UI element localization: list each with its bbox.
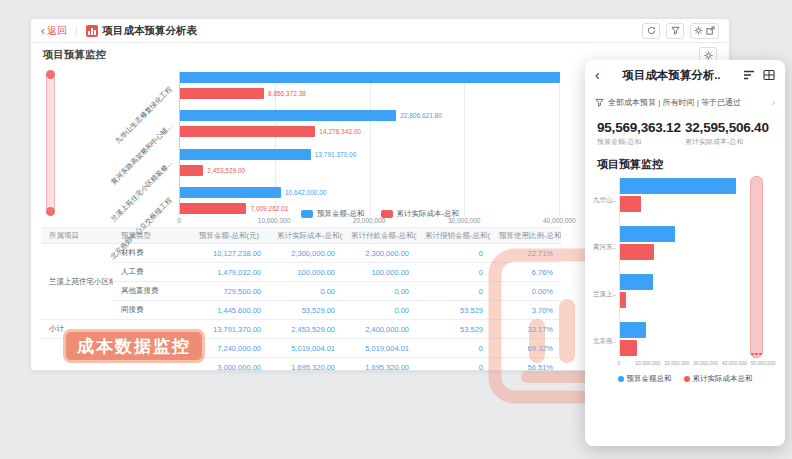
x-axis: 0 10,000,000 20,000,000 30,000,000 40,00…: [619, 360, 769, 368]
table-header-row: 所属项目 预算类型 预算金额-总和(元) 累计实际成本-总和(元) 累计付款金额…: [41, 228, 561, 244]
cell: 1,695,320.00: [343, 358, 417, 372]
x-tick: 10,000,000: [635, 360, 660, 366]
bar-group: 22,806,621.80 14,276,343.00: [180, 110, 564, 137]
actual-cost-bar[interactable]: [620, 196, 641, 212]
col-header: 累计付款金额-总和(元): [343, 228, 417, 244]
mobile-section-title: 项目预算监控: [585, 149, 785, 174]
bar-group: 8,856,372.38: [180, 72, 564, 99]
actual-cost-bar[interactable]: [180, 165, 203, 176]
stat-value: 95,569,363.12: [597, 120, 685, 135]
cell: 0.00: [343, 301, 417, 320]
budget-bar[interactable]: [180, 72, 560, 83]
badge-label: 成本数据监控: [77, 335, 191, 358]
cell: 0.00: [269, 282, 343, 301]
page-title: 项目成本预算分析表: [103, 24, 198, 38]
cell: 0: [417, 263, 491, 282]
mobile-bar-chart: 九华山.. 黄河东.. 兰溪上.. 北京燕..: [593, 174, 777, 392]
plot-area: [619, 178, 745, 356]
col-header: 预算使用比例-总和(%): [491, 228, 561, 244]
bar-group: 13,791,370.00 2,453,529.00: [180, 149, 564, 176]
cell: 人工费: [113, 263, 191, 282]
col-header: 累计实际成本-总和(元): [269, 228, 343, 244]
cell: 0.00%: [491, 282, 561, 301]
legend-label: 累计实际成本-总和: [397, 209, 460, 219]
filter-icon: [671, 26, 680, 35]
cell: 其他直接费: [113, 282, 191, 301]
mobile-header: ‹ 项目成本预算分析..: [585, 60, 785, 90]
cell: 729,500.00: [191, 282, 269, 301]
back-label: 返回: [47, 24, 67, 38]
slider-handle-dots: [751, 353, 762, 356]
legend-label: 预算金额-总和: [317, 209, 365, 219]
category-label: 九华山..: [593, 196, 617, 205]
cell: 5,019,004.01: [269, 339, 343, 358]
cell: 1,445,600.00: [191, 301, 269, 320]
cell: 2,300,000.00: [269, 244, 343, 263]
cell: 100,000.00: [343, 263, 417, 282]
legend-label: 预算金额总和: [627, 374, 672, 384]
legend-item-actual[interactable]: 累计实际成本-总和: [381, 209, 460, 219]
screen: ‹ 返回 | 项目成本预算分析表 项目预算监控: [0, 0, 792, 459]
actual-cost-bar[interactable]: [620, 244, 654, 260]
x-tick: 50,000,000: [751, 360, 776, 366]
stat-label: 预算金额-总和: [597, 137, 685, 147]
slider-handle-top[interactable]: [46, 70, 55, 79]
actual-cost-bar[interactable]: [620, 292, 626, 308]
settings-export-button[interactable]: [690, 23, 719, 39]
cell: 0: [417, 339, 491, 358]
cell: 0: [417, 358, 491, 372]
cell: 3.70%: [491, 301, 561, 320]
budget-bar[interactable]: [620, 322, 646, 338]
legend-item-budget[interactable]: 预算金额-总和: [301, 209, 365, 219]
mobile-preview-panel: ‹ 项目成本预算分析.. 全部成本预算 | 所有时间 | 等于已通过 › 95,…: [585, 60, 785, 446]
plot-area: 8,856,372.38 22,806,621.80 14,276,343.00…: [179, 71, 564, 215]
cell: 0: [417, 282, 491, 301]
cell: 22.71%: [491, 244, 561, 263]
mobile-filter-bar[interactable]: 全部成本预算 | 所有时间 | 等于已通过 ›: [595, 92, 775, 112]
mobile-legend: 预算金额总和 累计实际成本总和: [593, 374, 777, 384]
filter-button[interactable]: [666, 23, 684, 39]
x-tick: 30,000,000: [693, 360, 718, 366]
cell: 53,529: [417, 301, 491, 320]
legend-item-budget[interactable]: 预算金额总和: [618, 374, 672, 384]
chart-datazoom-slider[interactable]: [46, 73, 55, 213]
cell: 2,300,000.00: [343, 244, 417, 263]
cell: 69.32%: [491, 339, 561, 358]
mobile-datazoom-slider[interactable]: [750, 176, 763, 358]
x-tick: 0: [618, 360, 621, 366]
actual-cost-bar[interactable]: [620, 340, 637, 356]
table-grid-icon[interactable]: [763, 69, 775, 81]
sort-list-icon[interactable]: [743, 69, 755, 81]
bar-value: 10,642,000.00: [285, 189, 327, 196]
table-row: 间接费 1,445,600.00 53,529.00 0.00 53,529 3…: [41, 301, 561, 320]
legend-swatch: [381, 210, 393, 218]
refresh-button[interactable]: [642, 23, 660, 39]
category-label: 黄河东..: [593, 243, 617, 252]
table-row: 人工费 1,479,032.00 100,000.00 100,000.00 0…: [41, 263, 561, 282]
category-label: 北京燕..: [593, 337, 617, 346]
cell: 56.51%: [491, 358, 561, 372]
cell: 53,529: [417, 320, 491, 339]
bar-group: [620, 178, 745, 212]
budget-bar[interactable]: [620, 274, 653, 290]
cell: 53,529.00: [269, 301, 343, 320]
bar-group: [620, 226, 745, 260]
col-header: 所属项目: [41, 228, 113, 244]
legend-dot: [618, 376, 624, 382]
actual-cost-bar[interactable]: [180, 126, 315, 137]
back-link[interactable]: ‹ 返回: [41, 24, 67, 38]
budget-bar[interactable]: [620, 178, 736, 194]
legend-dot: [684, 376, 690, 382]
budget-bar[interactable]: [180, 187, 281, 198]
bar-group: [620, 322, 745, 356]
titlebar: ‹ 返回 | 项目成本预算分析表: [31, 19, 729, 43]
cell: 6.76%: [491, 263, 561, 282]
actual-cost-bar[interactable]: [180, 88, 264, 99]
budget-bar[interactable]: [180, 110, 396, 121]
mobile-title: 项目成本预算分析..: [600, 68, 743, 83]
budget-bar[interactable]: [620, 226, 675, 242]
legend-item-actual[interactable]: 累计实际成本总和: [684, 374, 753, 384]
budget-bar[interactable]: [180, 149, 311, 160]
divider: |: [75, 25, 78, 36]
back-chevron-icon: ‹: [41, 25, 45, 37]
